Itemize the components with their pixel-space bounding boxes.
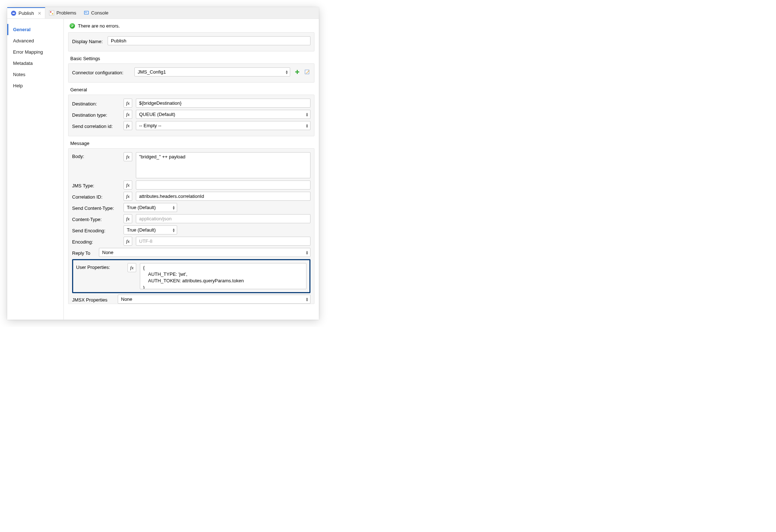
correlation-id-label: Correlation ID: (72, 193, 120, 200)
fx-button[interactable]: fx (124, 110, 132, 119)
destination-label: Destination: (72, 100, 120, 107)
message-title: Message (68, 139, 314, 148)
sidebar-item-general[interactable]: General (7, 24, 63, 35)
publish-tab-icon (11, 11, 16, 16)
content-panel: ✓ There are no errors. Display Name: Bas… (64, 19, 319, 320)
send-content-type-label: Send Content-Type: (72, 204, 120, 211)
tab-problems[interactable]: Problems (45, 7, 80, 18)
fx-button[interactable]: fx (128, 263, 136, 272)
destination-input[interactable] (136, 99, 310, 108)
select-value: None (121, 296, 132, 302)
content-type-label: Content-Type: (72, 215, 120, 222)
content-type-input[interactable] (136, 214, 310, 223)
chevron-updown-icon: ▴▾ (306, 250, 308, 255)
user-properties-label: User Properties: (76, 263, 124, 270)
send-correlation-label: Send correlation id: (72, 122, 120, 129)
select-value: QUEUE (Default) (139, 112, 175, 117)
svg-rect-8 (85, 13, 87, 13)
svg-point-3 (50, 11, 51, 13)
chevron-updown-icon: ▴▾ (286, 70, 288, 74)
problems-tab-icon (49, 10, 54, 16)
connector-config-select[interactable]: JMS_Config1 ▴▾ (134, 67, 290, 76)
correlation-id-input[interactable] (136, 192, 310, 201)
select-value: -- Empty -- (139, 123, 161, 128)
reply-to-select[interactable]: None ▴▾ (99, 248, 310, 257)
chevron-updown-icon: ▴▾ (306, 112, 308, 117)
add-config-button[interactable] (294, 69, 300, 75)
tab-publish[interactable]: Publish ✕ (7, 7, 45, 18)
close-icon[interactable]: ✕ (36, 11, 41, 16)
select-value: True (Default) (127, 205, 156, 210)
sidebar-item-metadata[interactable]: Metadata (7, 58, 63, 69)
jms-type-label: JMS Type: (72, 182, 120, 188)
ok-check-icon: ✓ (70, 23, 75, 29)
tabbar: Publish ✕ Problems Console (7, 7, 319, 19)
send-content-type-select[interactable]: True (Default) ▴▾ (124, 203, 177, 212)
edit-config-button[interactable] (304, 69, 310, 75)
jms-type-input[interactable] (136, 180, 310, 190)
svg-rect-7 (85, 12, 87, 12)
svg-rect-1 (12, 13, 15, 14)
fx-button[interactable]: fx (124, 180, 132, 190)
connector-config-label: Connector configuration: (72, 68, 131, 75)
select-value: JMS_Config1 (138, 69, 166, 75)
send-correlation-select[interactable]: -- Empty -- ▴▾ (136, 121, 310, 130)
encoding-label: Encoding: (72, 238, 120, 245)
display-name-input[interactable] (108, 36, 310, 45)
destination-type-label: Destination type: (72, 111, 120, 118)
body-input[interactable] (136, 152, 310, 178)
fx-button[interactable]: fx (124, 99, 132, 108)
fx-button[interactable]: fx (124, 152, 132, 161)
jmsx-properties-select[interactable]: None ▴▾ (118, 295, 310, 304)
send-encoding-label: Send Encoding: (72, 226, 120, 233)
chevron-updown-icon: ▴▾ (173, 228, 175, 232)
sidebar-item-error-mapping[interactable]: Error Mapping (7, 46, 63, 58)
reply-to-label: Reply To (72, 249, 95, 256)
fx-button[interactable]: fx (124, 214, 132, 223)
tab-label: Console (91, 10, 109, 16)
tab-label: Publish (18, 11, 34, 16)
select-value: None (102, 250, 113, 255)
svg-rect-10 (295, 71, 299, 72)
user-properties-input[interactable] (140, 263, 306, 289)
svg-rect-2 (49, 11, 54, 15)
user-properties-highlight: User Properties: fx (72, 259, 310, 293)
display-name-label: Display Name: (72, 37, 104, 44)
status-message: There are no errors. (78, 23, 120, 29)
send-encoding-select[interactable]: True (Default) ▴▾ (124, 225, 177, 234)
destination-type-select[interactable]: QUEUE (Default) ▴▾ (136, 110, 310, 119)
chevron-updown-icon: ▴▾ (173, 205, 175, 210)
fx-button[interactable]: fx (124, 237, 132, 246)
sidebar-item-notes[interactable]: Notes (7, 69, 63, 80)
fx-button[interactable]: fx (124, 121, 132, 130)
publish-editor-window: Publish ✕ Problems Console General Advan… (7, 7, 319, 320)
console-tab-icon (84, 10, 89, 16)
body-label: Body: (72, 152, 120, 159)
fx-button[interactable]: fx (124, 192, 132, 201)
tab-console[interactable]: Console (80, 7, 112, 18)
encoding-input[interactable] (136, 237, 310, 246)
chevron-updown-icon: ▴▾ (306, 297, 308, 302)
chevron-updown-icon: ▴▾ (306, 124, 308, 128)
sidebar-item-advanced[interactable]: Advanced (7, 35, 63, 46)
svg-point-4 (52, 13, 53, 14)
tab-label: Problems (57, 10, 76, 16)
select-value: True (Default) (127, 227, 156, 233)
basic-settings-title: Basic Settings (68, 54, 314, 63)
sidebar-item-help[interactable]: Help (7, 80, 63, 91)
jmsx-properties-label: JMSX Properties (72, 296, 114, 303)
sidebar: General Advanced Error Mapping Metadata … (7, 19, 64, 320)
status-row: ✓ There are no errors. (68, 23, 314, 32)
general-title: General (68, 86, 314, 95)
svg-rect-11 (305, 70, 309, 74)
